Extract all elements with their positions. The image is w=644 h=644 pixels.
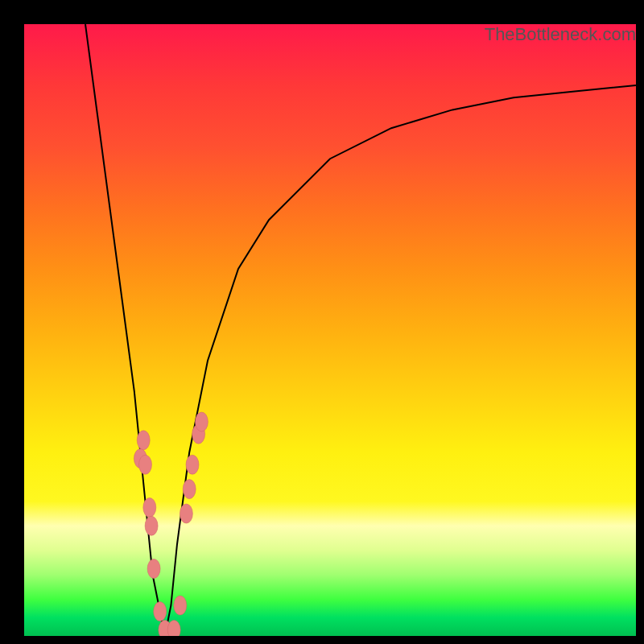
data-marker xyxy=(180,504,192,523)
data-marker xyxy=(195,412,208,431)
data-marker xyxy=(167,620,180,636)
data-marker xyxy=(147,559,160,578)
data-marker xyxy=(174,596,187,615)
data-marker xyxy=(143,497,156,517)
data-marker xyxy=(145,516,158,535)
markers-left xyxy=(134,431,171,636)
data-marker xyxy=(183,480,196,499)
data-marker xyxy=(186,455,199,474)
markers-right xyxy=(167,412,208,636)
data-marker xyxy=(154,602,167,621)
watermark-text: TheBottleneck.com xyxy=(485,24,636,45)
chart-svg xyxy=(24,24,636,636)
curve-left-branch xyxy=(85,24,165,636)
curve-right-branch xyxy=(165,85,636,636)
data-marker xyxy=(137,431,150,450)
data-marker xyxy=(139,455,152,474)
